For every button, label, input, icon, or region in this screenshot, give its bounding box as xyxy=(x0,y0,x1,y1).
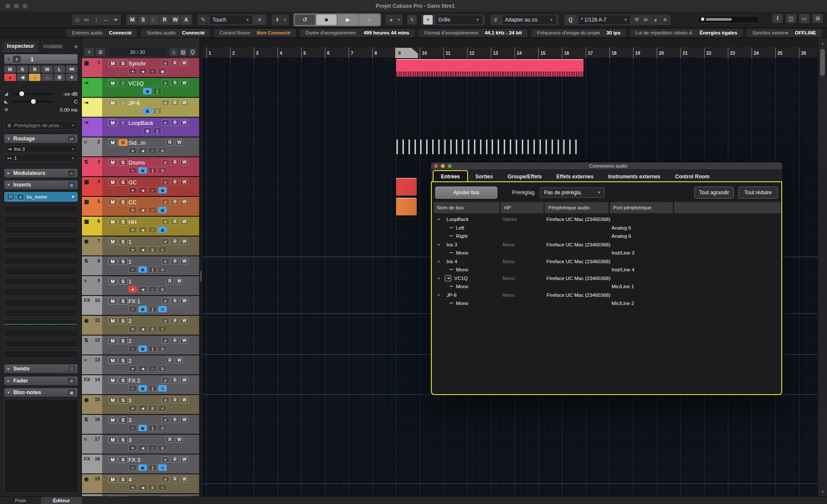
track-s-button[interactable]: S xyxy=(119,80,128,87)
editbox-icon[interactable]: ▣ xyxy=(143,128,152,134)
editbox-icon[interactable]: ▣ xyxy=(143,108,152,114)
track-w-button[interactable]: W xyxy=(181,476,188,482)
mon-icon[interactable]: ◀ xyxy=(138,405,147,411)
track-s-button[interactable]: S xyxy=(119,238,128,245)
track-row-2[interactable]: ⇅12MS2eRW≈▣∥⊟ xyxy=(82,336,199,355)
track-s-button[interactable]: S xyxy=(119,100,128,106)
minimize-icon[interactable] xyxy=(14,3,19,9)
track-edit-button[interactable]: e xyxy=(162,60,169,66)
find-track-icon[interactable]: Ϙ xyxy=(189,48,197,56)
left-zone-icon[interactable]: ‖ xyxy=(772,13,783,24)
track-edit-button[interactable]: e xyxy=(162,298,169,304)
track-w-button[interactable]: W xyxy=(181,397,188,403)
track-w-button[interactable]: W xyxy=(181,417,188,423)
track-s-button[interactable]: S xyxy=(119,60,128,67)
right-zone-icon[interactable]: ▭ xyxy=(799,13,810,24)
list-icon[interactable]: ≣ xyxy=(148,246,157,253)
track-row-fx-2[interactable]: FX14MSFX 2eRW≈▣∥⊟ xyxy=(82,375,199,394)
volume-knob[interactable] xyxy=(19,91,24,96)
edit-channel-button[interactable]: e xyxy=(13,56,21,62)
metronome-icon[interactable]: ◕ xyxy=(387,17,395,22)
track-row-synchr[interactable]: ▦1MSSynchreRW●◀≈▣ xyxy=(82,58,199,77)
track-preset-button[interactable]: ≣ xyxy=(96,48,105,56)
track-row-3[interactable]: ◉15MS3eRW●◀≣≡ xyxy=(82,395,199,414)
chevron-down-icon[interactable]: ▼ xyxy=(437,260,440,264)
insert-empty-slot[interactable] xyxy=(4,278,78,286)
track-r-button[interactable]: R xyxy=(171,476,179,482)
bus-row-mono[interactable]: ⊸MonoMic/Line 1 xyxy=(434,283,780,291)
punch-icon[interactable]: ϟ xyxy=(407,15,417,25)
mon-icon[interactable]: ◀ xyxy=(138,365,147,372)
section-bloc-notes[interactable]: ▼ Bloc-notes ▣ xyxy=(4,388,78,397)
rec-icon[interactable]: ● xyxy=(128,207,137,213)
mon-icon[interactable]: ◀ xyxy=(138,484,147,491)
track-w-button[interactable]: W xyxy=(175,357,183,364)
list-icon[interactable]: ≣ xyxy=(148,326,157,332)
editbox-icon[interactable]: ▣ xyxy=(158,207,167,213)
track-r-button[interactable]: R xyxy=(171,159,179,165)
track-s-button[interactable]: S xyxy=(119,456,128,463)
track-edit-button[interactable]: e xyxy=(162,258,169,264)
curve-icon[interactable]: ≈ xyxy=(128,167,137,174)
snap-icon[interactable]: × xyxy=(423,15,433,25)
track-row-fx-1[interactable]: FX10MSFX 1eRW≈▣∥⊟ xyxy=(82,296,199,315)
column-header-blank[interactable] xyxy=(674,202,781,213)
maximize-icon[interactable] xyxy=(22,3,28,9)
fades-icon[interactable]: ↔ xyxy=(102,17,109,22)
lock-icon[interactable]: ∩ xyxy=(148,286,157,292)
track-s-button[interactable]: S xyxy=(119,397,128,404)
track-r-button[interactable]: R xyxy=(171,258,179,264)
play-button[interactable]: ▶ xyxy=(338,15,358,25)
sends-icon[interactable]: ⊟ xyxy=(158,385,167,392)
mixer-icon[interactable]: ∥ xyxy=(153,128,162,134)
synchr-part[interactable] xyxy=(396,59,584,77)
agents-icon[interactable]: ▤ xyxy=(179,48,187,56)
bus-row-ins-4[interactable]: ▼Ins 4MonoFireface UC Mac (23460368) xyxy=(434,258,780,266)
track-row-drums[interactable]: ⇅3MSDrumseRW≈▣∥⊟ xyxy=(82,157,199,176)
rec-icon[interactable]: ● xyxy=(128,286,137,292)
section-sends[interactable]: ► Sends ⊟ xyxy=(4,364,78,373)
track-m-button[interactable]: M xyxy=(108,317,117,324)
track-m-button[interactable]: M xyxy=(108,179,117,186)
inspector-⋈-button[interactable]: ⋈ xyxy=(66,65,78,73)
list-icon[interactable]: ≣ xyxy=(158,445,167,451)
bus-row-jp-6[interactable]: ▼JP-6MonoFireface UC Mac (23460368) xyxy=(434,291,780,300)
track-row-1[interactable]: ◉7MS1eRW●◀≣≡ xyxy=(82,236,199,255)
tab-editeur[interactable]: Éditeur xyxy=(41,497,82,504)
track-edit-button[interactable]: e xyxy=(162,80,169,86)
inspector-w-button[interactable]: W xyxy=(41,65,53,73)
mixer-icon[interactable]: ∥ xyxy=(148,464,157,471)
track-r-button[interactable]: R xyxy=(171,218,179,225)
track-w-button[interactable]: W xyxy=(181,199,188,205)
editbox-icon[interactable]: ▣ xyxy=(138,266,147,273)
track-r-button[interactable]: R xyxy=(171,397,179,403)
section-inserts[interactable]: ▼ Inserts ▣ xyxy=(4,180,78,189)
panel-splitter[interactable] xyxy=(199,38,203,496)
close-icon[interactable] xyxy=(434,164,438,168)
cc-part[interactable] xyxy=(396,198,417,215)
status-loi-de-r-partition-st-r-o-d-[interactable]: Loi de répartition stéréo d.Énergies éga… xyxy=(630,29,743,37)
list2-icon[interactable]: ≡ xyxy=(158,484,167,491)
track-edit-button[interactable]: e xyxy=(162,337,169,344)
rec-icon[interactable]: ● xyxy=(128,246,137,253)
status-control-room[interactable]: Control RoomNon Connecté xyxy=(214,29,296,37)
section-routage[interactable]: ▼ Routage ⇄ xyxy=(4,134,78,143)
lock-icon[interactable]: ∩ xyxy=(148,365,157,372)
track-s-button[interactable]: S xyxy=(119,417,128,423)
mixer-icon[interactable]: ∥ xyxy=(148,167,157,174)
track-s-button[interactable]: S xyxy=(119,159,128,166)
track-w-button[interactable]: W xyxy=(181,337,188,344)
bypass-icon[interactable]: ⊓ xyxy=(7,193,14,200)
curve-icon[interactable]: ≈ xyxy=(128,464,137,471)
track-s-button[interactable]: S xyxy=(119,179,128,186)
insert-empty-slot[interactable] xyxy=(4,268,78,275)
sends-icon[interactable]: ⊟ xyxy=(158,345,167,352)
track-edit-button[interactable]: e xyxy=(162,119,169,126)
rec-icon[interactable]: ● xyxy=(128,405,137,411)
list2-icon[interactable]: ≡ xyxy=(158,246,167,253)
splitter-grip[interactable] xyxy=(200,271,202,282)
pan-knob[interactable] xyxy=(31,99,36,104)
bus-row-mono[interactable]: ⊸MonoInst/Line 3 xyxy=(434,249,780,258)
list-icon[interactable]: ≣ xyxy=(158,365,167,372)
track-w-button[interactable]: W xyxy=(181,317,188,324)
